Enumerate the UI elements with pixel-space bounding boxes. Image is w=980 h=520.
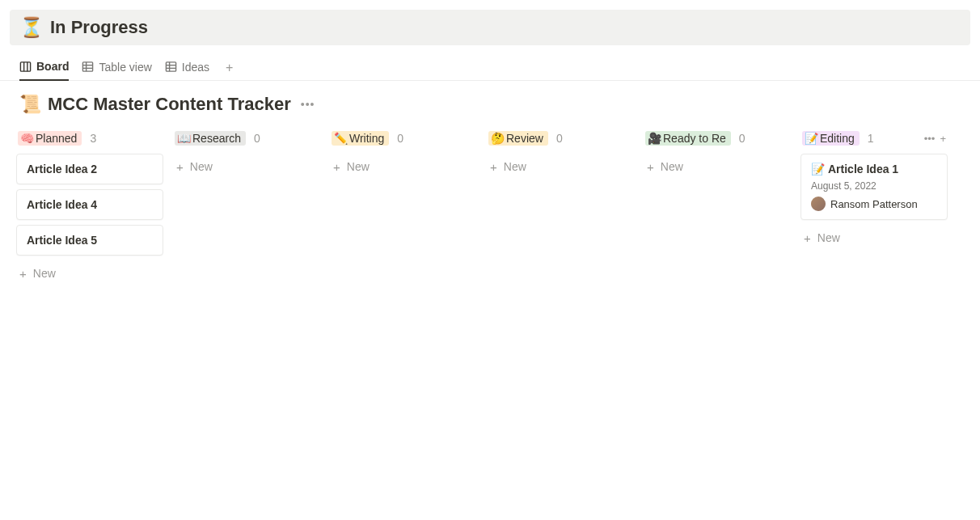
database-title-row: 📜 MCC Master Content Tracker ••• — [0, 81, 980, 121]
status-pill[interactable]: ✏️Writing — [332, 131, 389, 146]
status-emoji: 📖 — [177, 132, 191, 145]
new-label: New — [504, 160, 526, 173]
card-title: Article Idea 5 — [27, 234, 153, 247]
page-title: In Progress — [50, 17, 148, 38]
card-title-text: Article Idea 4 — [27, 198, 97, 211]
status-emoji: 🎥 — [648, 132, 661, 145]
column-header: 📖Research0 — [173, 128, 320, 154]
column-header: 🤔Review0 — [487, 128, 634, 154]
board-icon — [19, 61, 32, 73]
column-count: 3 — [90, 132, 96, 145]
column-count: 1 — [868, 132, 874, 145]
column-research: 📖Research0+New — [173, 128, 320, 285]
tab-table-view[interactable]: Table view — [82, 56, 151, 80]
column-review: 🤔Review0+New — [487, 128, 634, 285]
card-date: August 5, 2022 — [811, 180, 937, 192]
card-title-text: Article Idea 1 — [828, 163, 898, 175]
card[interactable]: 📝Article Idea 1August 5, 2022Ransom Patt… — [800, 154, 948, 220]
card[interactable]: Article Idea 5 — [16, 225, 163, 256]
status-emoji: 🧠 — [20, 132, 34, 145]
column-header: 🧠Planned3 — [16, 128, 163, 154]
column-planned: 🧠Planned3Article Idea 2Article Idea 4Art… — [16, 128, 163, 285]
plus-icon: + — [490, 161, 497, 173]
status-pill[interactable]: 🧠Planned — [18, 131, 82, 146]
status-pill[interactable]: 🤔Review — [488, 131, 548, 146]
column-header: ✏️Writing0 — [330, 128, 477, 154]
status-pill[interactable]: 📝Editing — [802, 131, 860, 146]
tab-label: Table view — [99, 61, 151, 74]
column-ready-to-re: 🎥Ready to Re0+New — [644, 128, 791, 285]
new-label: New — [33, 267, 56, 280]
status-label: Planned — [36, 132, 77, 145]
svg-rect-0 — [20, 61, 30, 70]
add-view-button[interactable]: + — [222, 57, 236, 78]
database-title: MCC Master Content Tracker — [48, 94, 291, 115]
column-header: 📝Editing1•••+ — [800, 128, 948, 154]
plus-icon: + — [647, 161, 654, 173]
status-pill[interactable]: 📖Research — [175, 131, 246, 146]
card-title-text: Article Idea 5 — [27, 234, 97, 247]
plus-icon: + — [176, 161, 184, 173]
page-header: ⏳ In Progress — [10, 10, 970, 45]
status-label: Ready to Re — [663, 132, 726, 145]
column-actions: •••+ — [924, 133, 946, 145]
new-card-button[interactable]: +New — [330, 155, 477, 178]
card[interactable]: Article Idea 4 — [16, 189, 163, 220]
table-icon — [165, 61, 177, 73]
plus-icon: + — [19, 268, 27, 280]
svg-rect-3 — [83, 62, 93, 71]
column-header: 🎥Ready to Re0 — [644, 128, 791, 154]
status-emoji: 🤔 — [491, 132, 505, 145]
column-count: 0 — [397, 132, 403, 145]
card-title: 📝Article Idea 1 — [811, 163, 937, 175]
tab-board[interactable]: Board — [19, 55, 69, 81]
plus-icon: + — [804, 232, 811, 244]
status-emoji: 📝 — [805, 132, 818, 145]
status-label: Review — [506, 132, 543, 145]
table-icon — [82, 61, 94, 73]
column-count: 0 — [556, 132, 563, 145]
new-card-button[interactable]: +New — [173, 155, 320, 178]
avatar — [811, 197, 826, 211]
database-more-button[interactable]: ••• — [298, 96, 319, 112]
kanban-board: 🧠Planned3Article Idea 2Article Idea 4Art… — [0, 121, 980, 317]
status-label: Editing — [820, 132, 855, 145]
card-title: Article Idea 4 — [27, 198, 153, 211]
new-card-button[interactable]: +New — [800, 226, 948, 249]
card-title-text: Article Idea 2 — [27, 163, 97, 175]
column-editing: 📝Editing1•••+📝Article Idea 1August 5, 20… — [800, 128, 948, 285]
card-title: Article Idea 2 — [27, 163, 153, 175]
status-label: Writing — [349, 132, 384, 145]
card-person-name: Ransom Patterson — [830, 198, 918, 210]
column-writing: ✏️Writing0+New — [330, 128, 477, 285]
plus-icon: + — [333, 161, 340, 173]
svg-rect-7 — [166, 62, 175, 71]
tab-label: Board — [36, 60, 69, 73]
new-card-button[interactable]: +New — [487, 155, 634, 178]
page-emoji: ⏳ — [19, 16, 44, 39]
tab-label: Ideas — [182, 61, 209, 74]
new-label: New — [661, 160, 683, 173]
status-pill[interactable]: 🎥Ready to Re — [645, 131, 731, 146]
column-count: 0 — [739, 132, 746, 145]
new-label: New — [190, 160, 213, 173]
status-emoji: ✏️ — [334, 132, 348, 145]
tab-ideas[interactable]: Ideas — [165, 56, 209, 80]
view-tabs: BoardTable viewIdeas+ — [0, 55, 980, 81]
new-card-button[interactable]: +New — [16, 262, 163, 285]
status-label: Research — [192, 132, 241, 145]
column-count: 0 — [254, 132, 260, 145]
column-more-button[interactable]: ••• — [924, 133, 936, 145]
column-add-button[interactable]: + — [940, 133, 946, 145]
database-emoji: 📜 — [19, 94, 41, 115]
card-person: Ransom Patterson — [811, 197, 937, 211]
new-label: New — [817, 231, 840, 244]
new-card-button[interactable]: +New — [644, 155, 791, 178]
new-label: New — [347, 160, 370, 173]
card[interactable]: Article Idea 2 — [16, 154, 163, 184]
card-emoji: 📝 — [811, 163, 825, 175]
